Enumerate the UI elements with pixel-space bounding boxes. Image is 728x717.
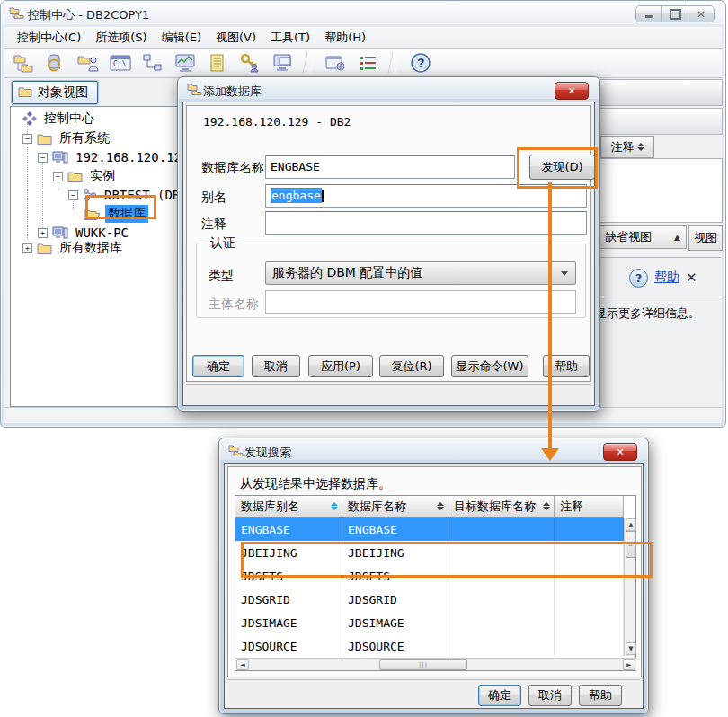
help-icon[interactable]: ?: [409, 51, 432, 75]
cancel-button[interactable]: 取消: [252, 355, 300, 377]
help-icon[interactable]: ?: [629, 269, 648, 288]
divider: [599, 257, 721, 258]
column-header-2[interactable]: 目标数据库名称: [448, 496, 555, 518]
close-help-icon[interactable]: ✕: [686, 270, 697, 286]
license-key-icon[interactable]: [238, 51, 262, 75]
folder-icon: [37, 133, 52, 145]
menu-view[interactable]: 视图(V): [209, 27, 263, 49]
user-tree-icon[interactable]: [76, 51, 100, 75]
tree-item-192-168-120-129[interactable]: −192.168.120.129: [38, 148, 191, 166]
app-icon: [9, 6, 24, 22]
tree-connector: [42, 156, 43, 228]
divider: [227, 679, 640, 680]
column-header-label: 数据库别名: [241, 499, 299, 515]
ok-button[interactable]: 确定: [478, 685, 521, 706]
table-row[interactable]: ENGBASEENGBASE: [235, 518, 624, 541]
column-header-3[interactable]: 注释: [555, 496, 624, 518]
type-label: 类型: [209, 268, 234, 284]
table-cell: JDSOURCE: [342, 634, 448, 656]
tools-setting-icon[interactable]: [324, 51, 347, 75]
collapse-icon[interactable]: −: [53, 172, 63, 181]
tree-item-node-7[interactable]: +所有数据库: [22, 239, 125, 257]
task-flow-icon[interactable]: [141, 51, 164, 75]
toolbar: C:\?: [4, 49, 722, 78]
scroll-down-button[interactable]: ▼: [626, 642, 636, 655]
expand-icon[interactable]: +: [38, 228, 48, 238]
scroll-up-button[interactable]: ▲: [626, 518, 636, 531]
view-button[interactable]: 视图: [688, 225, 723, 251]
maximize-button[interactable]: [662, 6, 688, 22]
scroll-left-button[interactable]: ◄: [236, 659, 249, 670]
replication-icon[interactable]: [44, 51, 67, 75]
column-header-1[interactable]: 数据库名称: [342, 496, 448, 518]
table-row[interactable]: JDSOURCEJDSOURCE: [235, 634, 624, 656]
command-window-icon[interactable]: C:\: [109, 51, 132, 75]
scrollbar-thumb[interactable]: |||: [379, 659, 467, 670]
journal-icon[interactable]: [206, 51, 229, 75]
db-name-input[interactable]: ENGBASE: [265, 155, 515, 179]
help-button[interactable]: 帮助: [579, 685, 622, 706]
details-list: [599, 158, 723, 223]
hierarchy-icon[interactable]: [12, 51, 35, 75]
table-cell: ENGBASE: [235, 518, 342, 541]
annotation-arrow-line: [548, 182, 552, 448]
menu-tools[interactable]: 工具(T): [263, 27, 317, 49]
minimize-button[interactable]: [636, 6, 662, 22]
table-cell: JDSOURCE: [235, 634, 342, 656]
tree-item-node-3[interactable]: −实例: [53, 167, 118, 185]
health-monitor-icon[interactable]: [173, 51, 197, 75]
tab-object-view[interactable]: 对象视图: [12, 81, 98, 104]
folder-icon: [37, 243, 52, 254]
details-pane-subheader: [599, 108, 723, 135]
vertical-scrollbar[interactable]: ▲ ≡ ▼: [624, 518, 635, 656]
menu-edit[interactable]: 编辑(E): [155, 27, 209, 49]
auth-type-select[interactable]: 服务器的 DBM 配置中的值: [265, 261, 576, 285]
table-row[interactable]: JDSGRIDJDSGRID: [235, 588, 624, 611]
table-row[interactable]: JDSIMAGEJDSIMAGE: [235, 611, 624, 634]
apply-button[interactable]: 应用(P): [308, 355, 373, 377]
dialog-close-button[interactable]: ✕: [555, 82, 589, 100]
tree-item-node-0[interactable]: 控制中心: [22, 110, 97, 128]
tree-item-label: 所有数据库: [57, 239, 125, 257]
caret-up-icon: ▲: [674, 233, 680, 242]
menu-help[interactable]: 帮助(H): [317, 27, 373, 49]
ok-button[interactable]: 确定: [192, 355, 244, 377]
results-panel: 从发现结果中选择数据库。 数据库别名数据库名称目标数据库名称注释 ENGBASE…: [227, 466, 642, 677]
system-icon: [52, 226, 68, 240]
svg-text:C:\: C:\: [113, 60, 127, 68]
show-command-button[interactable]: 显示命令(W): [451, 355, 528, 377]
help-bar: ? 帮助 ✕: [629, 266, 723, 289]
default-view-button[interactable]: 缺省视图 ▲: [599, 225, 687, 249]
configuration-icon[interactable]: [271, 51, 294, 75]
help-link[interactable]: 帮助: [654, 270, 679, 286]
dialog-icon: [187, 83, 202, 99]
legend-icon[interactable]: [356, 51, 379, 75]
tree-item-node-1[interactable]: −所有系统: [22, 129, 112, 147]
table-cell: [555, 588, 624, 611]
menu-control-center[interactable]: 控制中心(C): [10, 27, 88, 49]
collapse-icon[interactable]: −: [68, 190, 78, 200]
scroll-right-button[interactable]: ►: [623, 659, 635, 670]
horizontal-scrollbar[interactable]: ◄ ||| ►: [235, 658, 636, 670]
reset-button[interactable]: 复位(R): [379, 355, 444, 377]
comment-input[interactable]: [265, 211, 587, 235]
divider: [186, 384, 590, 385]
column-header-label: 目标数据库名称: [454, 499, 536, 515]
main-titlebar[interactable]: 控制中心 - DB2COPY1 ✕: [1, 1, 725, 26]
expand-icon[interactable]: +: [22, 243, 32, 253]
cancel-button[interactable]: 取消: [528, 685, 572, 706]
column-header-0[interactable]: 数据库别名: [235, 496, 342, 518]
dialog-close-button[interactable]: ✕: [603, 443, 637, 461]
dialog-icon: [228, 444, 244, 460]
annotation-arrow-head: [541, 448, 559, 461]
maximize-icon: [670, 9, 681, 20]
close-icon: ✕: [697, 10, 706, 19]
details-comment-column-header[interactable]: 注释: [600, 136, 654, 158]
tree-highlight-box: [85, 195, 156, 219]
close-button[interactable]: ✕: [688, 6, 714, 22]
collapse-icon[interactable]: −: [38, 153, 48, 163]
comment-label: 注释: [201, 217, 226, 233]
menu-selected[interactable]: 所选项(S): [88, 27, 154, 49]
collapse-icon[interactable]: −: [22, 134, 32, 144]
sort-icon: [437, 502, 444, 510]
